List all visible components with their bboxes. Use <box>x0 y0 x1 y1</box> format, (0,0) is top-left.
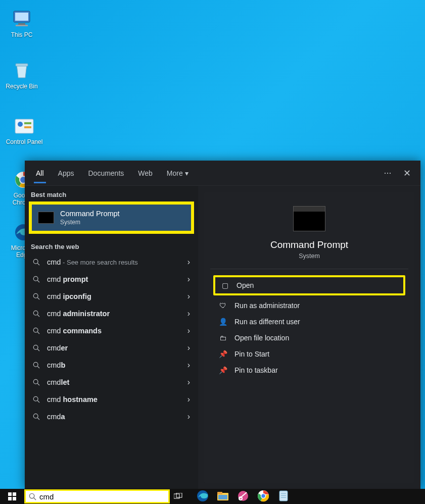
folder-icon: 🗀 <box>218 334 227 342</box>
web-suggestion[interactable]: cmd prompt› <box>25 271 198 288</box>
search-icon <box>33 379 41 386</box>
task-view-button[interactable] <box>170 489 187 504</box>
web-suggestion[interactable]: cmd hostname› <box>25 391 198 408</box>
close-button[interactable]: ✕ <box>397 164 416 183</box>
chevron-right-icon: › <box>187 395 190 404</box>
preview-title: Command Prompt <box>210 239 408 250</box>
svg-rect-4 <box>16 64 28 66</box>
chevron-right-icon: › <box>187 292 190 301</box>
tab-web[interactable]: Web <box>131 163 160 183</box>
chevron-right-icon: › <box>187 412 190 421</box>
control-panel-icon <box>13 116 35 136</box>
search-input[interactable] <box>39 492 165 501</box>
desktop-icon-label: Control Panel <box>1 138 48 145</box>
svg-point-36 <box>29 493 34 498</box>
search-icon <box>33 362 41 369</box>
desktop-icon-control-panel[interactable]: Control Panel <box>1 116 48 145</box>
svg-point-20 <box>33 328 38 332</box>
svg-line-17 <box>37 297 39 299</box>
svg-line-27 <box>37 383 39 385</box>
web-suggestion[interactable]: cmd - See more search results› <box>25 254 198 271</box>
svg-rect-7 <box>24 122 31 124</box>
chevron-right-icon: › <box>187 309 190 318</box>
svg-rect-42 <box>217 492 222 494</box>
search-icon <box>29 493 36 500</box>
web-suggestion[interactable]: cmder› <box>25 339 198 357</box>
svg-rect-33 <box>13 492 16 496</box>
tab-more[interactable]: More ▾ <box>160 163 196 183</box>
taskbar-app-snipping[interactable] <box>237 489 251 503</box>
svg-line-37 <box>34 497 36 499</box>
desktop-icon-label: This PC <box>3 31 40 38</box>
desktop-icon-label: Recycle Bin <box>3 83 40 90</box>
svg-rect-43 <box>218 495 227 499</box>
search-icon <box>33 413 41 420</box>
chevron-right-icon: › <box>187 326 190 335</box>
svg-point-14 <box>33 276 38 281</box>
pin-icon: 📌 <box>218 366 227 374</box>
desktop: This PC Recycle Bin Control Panel Google… <box>0 0 425 504</box>
svg-point-18 <box>33 311 38 315</box>
action-label: Open file location <box>234 334 289 342</box>
svg-rect-8 <box>24 126 31 128</box>
web-suggestion[interactable]: cmda› <box>25 408 198 425</box>
task-view-icon <box>174 493 183 500</box>
svg-line-15 <box>37 280 39 282</box>
start-button[interactable] <box>0 489 24 504</box>
web-suggestion[interactable]: cmdb› <box>25 357 198 374</box>
svg-point-6 <box>18 122 23 127</box>
search-preview-pane: Command Prompt System ▢ Open 🛡 Run as ad… <box>198 186 420 489</box>
tab-more-label: More <box>167 169 183 177</box>
svg-line-13 <box>37 263 39 265</box>
web-suggestion[interactable]: cmd administrator› <box>25 305 198 322</box>
tab-all[interactable]: All <box>29 163 51 183</box>
svg-rect-34 <box>8 497 12 500</box>
this-pc-icon <box>11 9 33 29</box>
web-suggestion[interactable]: cmd ipconfig› <box>25 288 198 305</box>
action-run-as-different-user[interactable]: 👤 Run as different user <box>213 314 405 330</box>
taskbar-search-box[interactable] <box>24 489 170 503</box>
desktop-icon-this-pc[interactable]: This PC <box>3 9 40 38</box>
best-match-item[interactable]: Command Prompt System <box>32 205 191 231</box>
caret-down-icon: ▾ <box>183 169 188 177</box>
action-open-file-location[interactable]: 🗀 Open file location <box>213 330 405 346</box>
action-label: Run as different user <box>234 318 300 326</box>
preview-subtitle: System <box>210 253 408 260</box>
svg-rect-35 <box>13 497 16 500</box>
pin-icon: 📌 <box>218 350 227 358</box>
windows-icon <box>8 492 16 500</box>
search-icon <box>33 276 41 283</box>
suggestion-text: cmda <box>47 413 181 421</box>
suggestion-text: cmd ipconfig <box>47 292 181 300</box>
action-pin-to-taskbar[interactable]: 📌 Pin to taskbar <box>213 362 405 378</box>
svg-point-26 <box>33 379 38 384</box>
chevron-right-icon: › <box>187 378 190 387</box>
svg-line-21 <box>37 332 39 334</box>
taskbar-app-edge[interactable] <box>196 489 210 503</box>
best-match-title: Command Prompt <box>60 210 120 218</box>
shield-icon: 🛡 <box>218 301 227 310</box>
tab-apps[interactable]: Apps <box>51 163 81 183</box>
taskbar-app-chrome[interactable] <box>257 489 271 503</box>
action-pin-to-start[interactable]: 📌 Pin to Start <box>213 346 405 362</box>
preview-cmd-icon <box>293 206 325 231</box>
section-best-match: Best match <box>25 186 198 201</box>
desktop-icon-recycle-bin[interactable]: Recycle Bin <box>3 61 40 90</box>
svg-point-28 <box>33 396 38 401</box>
cmd-icon <box>38 212 54 224</box>
tab-documents[interactable]: Documents <box>81 163 131 183</box>
chevron-right-icon: › <box>187 275 190 284</box>
options-button[interactable]: ··· <box>378 164 397 183</box>
chevron-right-icon: › <box>187 343 190 352</box>
action-run-as-admin[interactable]: 🛡 Run as administrator <box>213 297 405 314</box>
action-open[interactable]: ▢ Open <box>213 275 405 295</box>
taskbar-app-notepad[interactable] <box>277 489 291 503</box>
suggestion-text: cmd hostname <box>47 395 181 404</box>
search-tabs-bar: All Apps Documents Web More ▾ ··· ✕ <box>25 161 420 186</box>
search-icon <box>33 293 41 300</box>
web-suggestion[interactable]: cmd commands› <box>25 322 198 339</box>
user-icon: 👤 <box>218 318 227 326</box>
svg-point-30 <box>33 414 38 418</box>
taskbar-app-file-explorer[interactable] <box>216 489 230 503</box>
web-suggestion[interactable]: cmdlet› <box>25 374 198 391</box>
